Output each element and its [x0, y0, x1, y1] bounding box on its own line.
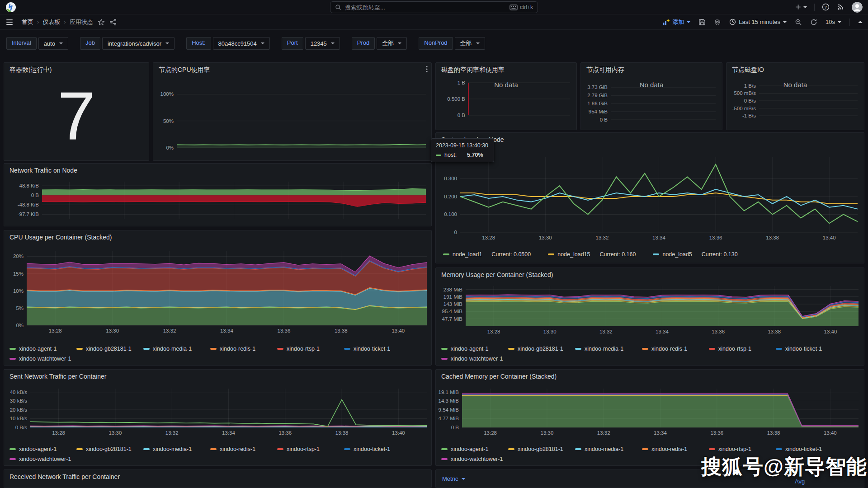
memory-per-container-chart[interactable]: 13:2813:3013:3213:3413:3613:3813:40238 M…	[436, 280, 864, 338]
legend-item[interactable]: xindoo-watchtower-1	[441, 356, 508, 362]
panel-title[interactable]: 节点可用内存	[581, 63, 722, 75]
legend-label: xindoo-agent-1	[19, 346, 57, 352]
legend-item[interactable]: xindoo-ticket-1	[344, 446, 411, 452]
legend-label: xindoo-watchtower-1	[19, 456, 71, 462]
cached-memory-chart[interactable]: 13:2813:3013:3213:3413:3613:3813:4019.1 …	[436, 381, 864, 439]
legend-item[interactable]: xindoo-rtsp-1	[709, 346, 776, 352]
user-avatar[interactable]	[852, 2, 863, 13]
share-button[interactable]	[109, 19, 117, 26]
panel-metric-table: Metric Avg	[435, 469, 864, 488]
svg-text:13:36: 13:36	[710, 430, 723, 436]
legend-item[interactable]: xindoo-redis-1	[642, 346, 709, 352]
app-logo-icon[interactable]	[5, 2, 16, 13]
svg-text:-48.8 KiB: -48.8 KiB	[18, 202, 39, 207]
legend-item[interactable]: xindoo-redis-1	[210, 446, 277, 452]
legend-item[interactable]: xindoo-redis-1	[210, 346, 277, 352]
panel-title[interactable]: 节点磁盘IO	[726, 63, 864, 75]
svg-text:13:40: 13:40	[823, 235, 836, 240]
legend-label: xindoo-redis-1	[651, 346, 687, 352]
refresh-button[interactable]	[810, 19, 817, 26]
legend-label: xindoo-ticket-1	[354, 346, 390, 352]
legend-item[interactable]: xindoo-redis-1	[642, 446, 709, 452]
legend-item[interactable]: xindoo-gb28181-1	[76, 446, 143, 452]
svg-text:1.86 GiB: 1.86 GiB	[587, 101, 608, 106]
cpu-per-container-chart[interactable]: 13:2813:3013:3213:3413:3613:3813:4020%15…	[4, 242, 431, 337]
variable-value-dropdown[interactable]: 全部	[377, 37, 407, 50]
legend-item[interactable]: node_load5Current: 0.130	[653, 251, 737, 258]
legend-item[interactable]: xindoo-ticket-1	[776, 446, 843, 452]
legend-item[interactable]: xindoo-media-1	[143, 446, 210, 452]
variable-value-dropdown[interactable]: 全部	[455, 37, 485, 50]
panel-title[interactable]: Cached Memory per Container (Stacked)	[436, 370, 864, 381]
new-button[interactable]	[795, 4, 807, 10]
panel-menu-icon[interactable]	[426, 66, 428, 73]
legend-label: xindoo-media-1	[153, 346, 192, 352]
legend-item[interactable]: xindoo-gb28181-1	[76, 346, 143, 352]
legend-label: xindoo-ticket-1	[354, 446, 390, 452]
legend-item[interactable]: xindoo-media-1	[575, 446, 642, 452]
variable-value-dropdown[interactable]: auto	[38, 37, 68, 50]
legend-item[interactable]: xindoo-media-1	[575, 346, 642, 352]
legend-item[interactable]: xindoo-ticket-1	[344, 346, 411, 352]
metric-dropdown[interactable]: Metric	[442, 475, 465, 482]
variable-value-dropdown[interactable]: integrations/cadvisor	[102, 37, 175, 50]
panel-title[interactable]: 磁盘的空闲率和使用率	[436, 63, 576, 75]
legend-item[interactable]: xindoo-gb28181-1	[508, 446, 575, 452]
legend-swatch	[709, 448, 715, 450]
legend-swatch	[575, 348, 581, 350]
sent-network-chart[interactable]: 13:2813:3013:3213:3413:3613:3813:4040 kB…	[4, 381, 431, 439]
add-panel-button[interactable]: 添加	[662, 18, 690, 26]
variable-value-dropdown[interactable]: 80a48cc91504	[213, 37, 270, 50]
save-dashboard-button[interactable]	[698, 19, 706, 26]
legend-item[interactable]: xindoo-ticket-1	[776, 346, 843, 352]
panel-available-memory: 节点可用内存 3.73 GiB2.79 GiB1.86 GiB954 MiB0 …	[580, 62, 722, 130]
panel-title[interactable]: System Load on Node	[436, 133, 864, 145]
refresh-interval-dropdown[interactable]: 10s	[826, 19, 841, 25]
legend-item[interactable]: xindoo-rtsp-1	[277, 446, 344, 452]
panel-title[interactable]: Memory Usage per Container (Stacked)	[436, 268, 864, 280]
collapse-toolbar-button[interactable]	[858, 21, 863, 23]
legend-item[interactable]: xindoo-watchtower-1	[441, 456, 508, 462]
panel-title[interactable]: Network Traffic on Node	[4, 164, 431, 175]
help-button[interactable]: ?	[822, 3, 830, 11]
legend-item[interactable]: xindoo-agent-1	[9, 446, 76, 452]
favorite-star-button[interactable]	[98, 19, 105, 26]
panel-title[interactable]: CPU Usage per Container (Stacked)	[4, 230, 431, 242]
menu-toggle-icon[interactable]	[5, 19, 14, 26]
svg-text:13:36: 13:36	[278, 328, 291, 333]
settings-gear-button[interactable]	[714, 19, 721, 26]
legend-item[interactable]: node_load1Current: 0.0500	[443, 251, 531, 258]
svg-text:50%: 50%	[163, 118, 174, 124]
legend-item[interactable]: xindoo-media-1	[143, 346, 210, 352]
svg-text:13:40: 13:40	[824, 430, 837, 436]
zoom-out-button[interactable]	[795, 19, 802, 26]
legend-label: xindoo-rtsp-1	[718, 446, 751, 452]
legend-label: xindoo-gb28181-1	[518, 446, 563, 452]
panel-title[interactable]: Received Network Traffic per Container	[4, 470, 431, 482]
legend-swatch	[642, 348, 648, 350]
legend-item[interactable]: xindoo-agent-1	[441, 346, 508, 352]
panel-title[interactable]: 节点的CPU使用率	[153, 63, 431, 75]
time-range-picker[interactable]: Last 15 minutes	[729, 19, 787, 25]
legend-item[interactable]: xindoo-agent-1	[441, 446, 508, 452]
breadcrumb-dashboards[interactable]: 仪表板	[42, 18, 60, 26]
network-traffic-chart[interactable]: 48.8 KiB0 B-48.8 KiB-97.7 KiB	[4, 175, 431, 223]
legend-swatch	[344, 348, 350, 350]
breadcrumb-home[interactable]: 首页	[22, 18, 33, 26]
legend-item[interactable]: node_load15Current: 0.160	[548, 251, 636, 258]
search-icon	[335, 4, 341, 10]
legend-item[interactable]: xindoo-gb28181-1	[508, 346, 575, 352]
legend-item[interactable]: xindoo-agent-1	[9, 346, 76, 352]
search-input[interactable]	[345, 4, 506, 11]
panel-title[interactable]: Sent Network Traffic per Container	[4, 370, 431, 381]
legend-item[interactable]: xindoo-watchtower-1	[9, 356, 76, 362]
node-cpu-chart[interactable]: 100%50%0%	[153, 75, 431, 158]
system-load-chart[interactable]: 13:2813:3013:3213:3413:3613:3813:400.300…	[436, 145, 864, 244]
variable-value-dropdown[interactable]: 12345	[305, 37, 340, 50]
news-button[interactable]	[837, 3, 844, 11]
legend-item[interactable]: xindoo-rtsp-1	[277, 346, 344, 352]
svg-text:143 MiB: 143 MiB	[443, 301, 463, 307]
legend-item[interactable]: xindoo-rtsp-1	[709, 446, 776, 452]
legend-item[interactable]: xindoo-watchtower-1	[9, 456, 76, 462]
time-range-label: Last 15 minutes	[739, 19, 780, 25]
